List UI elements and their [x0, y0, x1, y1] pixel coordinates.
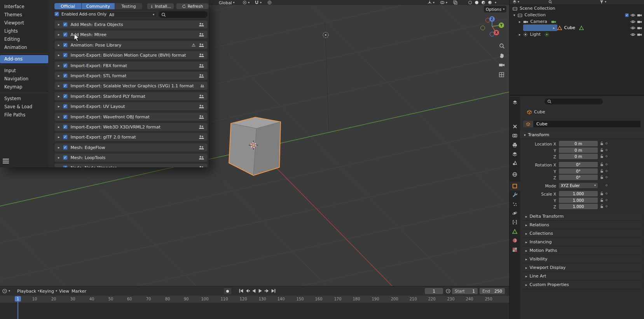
- outliner-row-cube[interactable]: ▸ Cube: [510, 24, 644, 31]
- sidebar-item-animation[interactable]: Animation: [0, 43, 48, 52]
- expand-arrow-icon[interactable]: ▸: [58, 115, 60, 119]
- sidebar-item-lights[interactable]: Lights: [0, 27, 48, 35]
- expand-arrow-icon[interactable]: ▸: [519, 20, 521, 24]
- addon-row[interactable]: ▸ ✓ Import-Export: FBX format: [54, 61, 208, 70]
- hide-eye-icon[interactable]: [630, 13, 635, 17]
- enabled-addons-only-toggle[interactable]: ✓ Enabled Add-ons Only: [54, 12, 106, 16]
- section-visibility[interactable]: ▸Visibility: [522, 255, 642, 264]
- expand-arrow-icon[interactable]: ▸: [58, 146, 60, 149]
- lock-icon[interactable]: [600, 169, 604, 173]
- location-z-field[interactable]: 0 m: [559, 154, 598, 159]
- addon-checkbox[interactable]: ✓: [63, 73, 68, 78]
- addon-row[interactable]: ▸ ✓ Import-Export: glTF 2.0 format: [54, 133, 208, 141]
- properties-search-input[interactable]: [545, 99, 603, 104]
- sidebar-item-editing[interactable]: Editing: [0, 35, 48, 43]
- outliner-row-scene-collection[interactable]: Scene Collection: [510, 5, 644, 12]
- location-y-field[interactable]: 0 m: [559, 147, 598, 153]
- disable-render-camera-icon[interactable]: [637, 20, 642, 24]
- play-button[interactable]: [258, 288, 263, 293]
- sidebar-item-system[interactable]: System: [0, 95, 48, 103]
- timeline-editor-type-dropdown[interactable]: ▾: [2, 286, 10, 296]
- transform-panel-header[interactable]: ▾ Transform: [520, 131, 644, 139]
- properties-editor-type-dropdown[interactable]: [511, 99, 518, 106]
- section-delta-transform[interactable]: ▸Delta Transform: [522, 212, 642, 221]
- gizmos-toggle[interactable]: ▾: [428, 0, 435, 5]
- tab-official[interactable]: Official: [54, 3, 82, 9]
- section-custom-properties[interactable]: ▸Custom Properties: [522, 281, 642, 289]
- animate-dot-icon[interactable]: [606, 149, 607, 151]
- jump-to-start-button[interactable]: [239, 288, 244, 293]
- current-frame-field[interactable]: 1: [425, 288, 443, 294]
- addon-row[interactable]: ▸ ✓ Add Mesh: Extra Objects: [54, 20, 208, 29]
- sidebar-item-themes[interactable]: Themes: [0, 11, 48, 19]
- outliner-filter-button[interactable]: ▾: [600, 0, 606, 4]
- addon-row[interactable]: ▸ ✓ Import-Export: Scalable Vector Graph…: [54, 81, 208, 90]
- sidebar-item-keymap[interactable]: Keymap: [0, 83, 48, 91]
- expand-arrow-icon[interactable]: ▸: [58, 94, 60, 98]
- properties-editor[interactable]: Cube Cube ▾ Transform Location X 0 m Y: [510, 97, 644, 319]
- expand-arrow-icon[interactable]: ▸: [58, 64, 60, 68]
- playhead-frame-badge[interactable]: 1: [15, 296, 21, 302]
- rotation-y-field[interactable]: 0°: [559, 168, 598, 174]
- addon-checkbox[interactable]: ✓: [63, 43, 68, 47]
- disable-render-camera-icon[interactable]: [637, 13, 642, 17]
- addon-checkbox[interactable]: ✓: [63, 104, 68, 109]
- tab-testing[interactable]: Testing: [115, 3, 142, 9]
- hide-eye-icon[interactable]: [630, 26, 635, 30]
- snap-toggle[interactable]: ▾: [255, 0, 262, 5]
- overlays-toggle[interactable]: ▾: [440, 0, 447, 5]
- object-name-field[interactable]: Cube: [533, 121, 641, 127]
- jump-to-end-button[interactable]: [271, 288, 276, 293]
- addon-row[interactable]: ▸ ✓ Import-Export: BioVision Motion Capt…: [54, 51, 208, 59]
- shading-wireframe-button[interactable]: [468, 0, 472, 5]
- auto-keying-record-button[interactable]: [224, 288, 231, 294]
- section-line-art[interactable]: ▸Line Art: [522, 272, 642, 281]
- sidebar-item-save-load[interactable]: Save & Load: [0, 103, 48, 111]
- collection-checkbox[interactable]: ✓: [625, 13, 629, 17]
- expand-arrow-icon[interactable]: ▸: [58, 43, 60, 47]
- lock-icon[interactable]: [600, 148, 604, 152]
- rotation-x-field[interactable]: 0°: [559, 162, 598, 167]
- transform-orientation-dropdown[interactable]: Global ▾: [219, 0, 235, 5]
- rotation-z-field[interactable]: 0°: [559, 175, 598, 180]
- animate-dot-icon[interactable]: [606, 199, 607, 201]
- addon-row[interactable]: ▸ ✓ Add Mesh: Mtree: [54, 30, 208, 39]
- shading-rendered-button[interactable]: [488, 0, 492, 5]
- sidebar-item-interface[interactable]: Interface: [0, 3, 48, 11]
- addon-row[interactable]: ▸ ✓ Mesh: LoopTools: [54, 153, 208, 162]
- addon-row[interactable]: ▸ ✓ Import-Export: Web3D X3D/VRML2 forma…: [54, 123, 208, 131]
- outliner-search-button[interactable]: [548, 0, 552, 4]
- addon-checkbox[interactable]: ✓: [63, 53, 68, 57]
- addon-row[interactable]: ▸ ✓ Node: Node Wrangler: [54, 163, 208, 167]
- addon-checkbox[interactable]: ✓: [63, 125, 68, 129]
- addon-checkbox[interactable]: ✓: [63, 94, 68, 99]
- animate-dot-icon[interactable]: [606, 155, 607, 157]
- lock-icon[interactable]: [600, 154, 604, 158]
- expand-arrow-icon[interactable]: ▸: [58, 104, 60, 108]
- expand-arrow-icon[interactable]: ▸: [58, 23, 60, 26]
- navigation-gizmo[interactable]: X Y Z: [478, 13, 506, 41]
- addon-row[interactable]: ▸ ✓ Import-Export: UV Layout: [54, 102, 208, 111]
- outliner-row-camera[interactable]: ▸ Camera: [510, 18, 644, 25]
- location-x-field[interactable]: 0 m: [559, 141, 598, 146]
- addon-row[interactable]: ▸ ✓ Mesh: EdgeFlow: [54, 143, 208, 152]
- addon-checkbox[interactable]: ✓: [63, 83, 68, 88]
- addon-checkbox[interactable]: ✓: [63, 155, 68, 160]
- tab-physics[interactable]: [511, 210, 518, 217]
- section-collections[interactable]: ▸Collections: [522, 229, 642, 238]
- animate-dot-icon[interactable]: [606, 163, 607, 165]
- install-addon-button[interactable]: ↓ Install...: [147, 3, 174, 9]
- sidebar-item-file-paths[interactable]: File Paths: [0, 111, 48, 119]
- lock-icon[interactable]: [600, 162, 604, 166]
- expand-arrow-icon[interactable]: ▸: [58, 125, 60, 129]
- lock-icon[interactable]: [600, 191, 604, 196]
- tab-constraints[interactable]: [511, 219, 518, 225]
- expand-arrow-icon[interactable]: ▸: [58, 33, 60, 36]
- addon-row[interactable]: ▸ ✓ Import-Export: STL format: [54, 71, 208, 80]
- addon-checkbox[interactable]: ✓: [63, 22, 68, 27]
- play-reverse-button[interactable]: [251, 288, 257, 293]
- expand-arrow-icon[interactable]: ▸: [553, 26, 555, 30]
- next-keyframe-button[interactable]: [264, 288, 270, 293]
- expand-arrow-icon[interactable]: ▾: [513, 13, 515, 17]
- addon-row[interactable]: ▸ ✓ Animation: Pose Library ⚠: [54, 41, 208, 49]
